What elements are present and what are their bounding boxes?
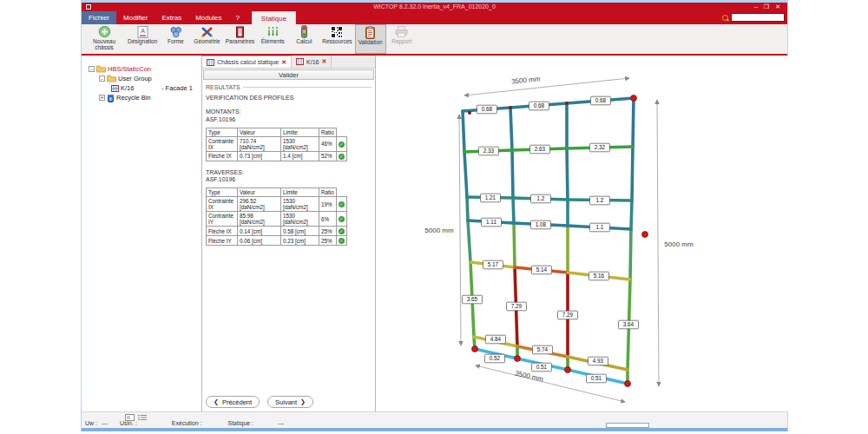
- svg-text:0.68: 0.68: [482, 106, 493, 112]
- new-frame-plus-icon: [98, 25, 111, 38]
- valider-button[interactable]: Valider: [203, 69, 374, 80]
- menu-bar: Fichier Modifier Extras Modules ? Statiq…: [82, 11, 787, 24]
- status-items: Uw : --- Usin. : Exécution : Statique : …: [85, 420, 284, 426]
- svg-text:0.68: 0.68: [534, 102, 545, 108]
- window-title: WICTOP 8.2.32.0 Inertia_v4_FRA_012020_0: [82, 3, 787, 10]
- frame-icon: [111, 85, 119, 92]
- search-icon: [721, 14, 729, 22]
- svg-text:4.84: 4.84: [490, 336, 502, 342]
- collapse-icon[interactable]: -: [89, 66, 95, 72]
- results-title: RESULTATS: [206, 84, 240, 90]
- expand-icon[interactable]: +: [99, 95, 105, 101]
- status-statique-value: ---: [278, 420, 284, 426]
- folder-icon: [107, 75, 116, 82]
- ribbon-button-designation[interactable]: A Désignation: [125, 24, 160, 54]
- document-tabs: Châssis calcul statique ✕ K/16 ✕: [202, 56, 375, 69]
- menu-help[interactable]: ?: [228, 11, 246, 24]
- status-execution-label: Exécution :: [172, 420, 202, 426]
- svg-text:4.93: 4.93: [593, 358, 604, 364]
- tree-item-recycle-bin[interactable]: + Recycle Bin: [82, 93, 201, 102]
- menu-modules[interactable]: Modules: [188, 11, 228, 24]
- elements-arrows-icon: [266, 25, 279, 38]
- dimension-lines: 3500 mm3500 mm5000 mm5000 mm: [424, 75, 694, 402]
- frame-icon: [296, 58, 304, 65]
- svg-text:2.63: 2.63: [535, 146, 546, 152]
- svg-text:2.33: 2.33: [483, 148, 495, 154]
- check-icon: ✓: [339, 228, 345, 234]
- traverses-label: TRAVERSES: ASF.10196: [206, 169, 372, 185]
- status-usin-label: Usin. :: [120, 420, 137, 426]
- verification-title: VERIFICATION DES PROFILES: [206, 95, 372, 101]
- ribbon-button-elements[interactable]: Éléments: [257, 24, 288, 54]
- chevron-left-icon: ❮: [214, 398, 219, 405]
- close-icon[interactable]: ✕: [321, 58, 326, 65]
- svg-text:1.2: 1.2: [537, 195, 545, 201]
- status-uw-label: Uw :: [85, 420, 97, 426]
- menu-modifier[interactable]: Modifier: [116, 11, 155, 24]
- svg-text:0.52: 0.52: [490, 355, 501, 361]
- table-row: Contrainte IX296.52 [daN/cm2] 1530 [daN/…: [207, 197, 347, 212]
- menu-extras[interactable]: Extras: [155, 11, 188, 24]
- ribbon-button-calcul[interactable]: Calcul: [288, 24, 319, 54]
- svg-text:5.74: 5.74: [537, 346, 549, 352]
- menu-fichier[interactable]: Fichier: [82, 11, 116, 24]
- dimension-label: 5000 mm: [424, 227, 454, 234]
- project-tree-panel: - HBS/StaticCon - User Group K/16 - Faca…: [82, 56, 202, 411]
- tree-item-root[interactable]: - HBS/StaticCon: [82, 64, 201, 74]
- suivant-button[interactable]: Suivant ❯: [267, 396, 313, 408]
- svg-text:1.21: 1.21: [485, 194, 496, 201]
- ribbon-button-geometrie[interactable]: Géométrie: [191, 24, 222, 54]
- svg-text:3.64: 3.64: [623, 321, 635, 327]
- results-content: RESULTATS VERIFICATION DES PROFILES MONT…: [202, 80, 375, 246]
- svg-text:2.32: 2.32: [595, 144, 606, 150]
- maximize-button[interactable]: ❐: [764, 3, 769, 11]
- title-bar: WICTOP 8.2.32.0 Inertia_v4_FRA_012020_0 …: [82, 3, 787, 11]
- tree-item-k16[interactable]: K/16 - Facade 1: [82, 83, 201, 93]
- diagram-panel[interactable]: 3500 mm3500 mm5000 mm5000 mm0.680.680.68…: [377, 56, 789, 411]
- report-printer-icon: [395, 25, 408, 38]
- ribbon-button-ressources[interactable]: Ressources: [319, 24, 354, 54]
- ribbon-button-forme[interactable]: Forme: [160, 24, 191, 54]
- menu-tab-statique[interactable]: Statique: [252, 11, 296, 24]
- svg-text:0.51: 0.51: [591, 375, 602, 381]
- ribbon-button-validation[interactable]: Validation: [355, 24, 386, 54]
- svg-text:3.65: 3.65: [467, 296, 478, 302]
- calc-traffic-light-icon: [299, 25, 310, 38]
- ribbon-button-parametres[interactable]: Paramètres: [223, 24, 258, 54]
- precedent-button[interactable]: ❮ Précédent: [206, 396, 260, 408]
- ribbon-toolbar: Nouveau châssis A Désignation Forme Géom…: [82, 24, 787, 54]
- frame-icon: [207, 59, 214, 66]
- tab-k16[interactable]: K/16 ✕: [292, 56, 332, 68]
- minimize-button[interactable]: –: [754, 3, 758, 11]
- tab-chassis-calcul-statique[interactable]: Châssis calcul statique ✕: [202, 56, 292, 68]
- dimension-label: 3500 mm: [511, 75, 541, 85]
- chevron-right-icon: ❯: [300, 398, 306, 405]
- check-icon: ✓: [339, 238, 345, 244]
- status-uw-value: ---: [102, 420, 108, 426]
- parameters-book-icon: [234, 25, 246, 38]
- close-button[interactable]: ✕: [775, 3, 780, 11]
- tree-item-user-group[interactable]: - User Group: [82, 74, 201, 83]
- search-input[interactable]: [731, 13, 785, 22]
- check-icon: ✓: [339, 216, 345, 222]
- facade-label: - Facade 1: [161, 84, 193, 92]
- svg-text:7.29: 7.29: [511, 303, 523, 309]
- svg-text:1.11: 1.11: [486, 219, 496, 225]
- recycle-bin-icon: [107, 94, 115, 102]
- check-icon: ✓: [339, 141, 345, 148]
- validation-clipboard-icon: [365, 26, 376, 39]
- window-bottom-strip: [82, 428, 787, 431]
- dimension-label: 5000 mm: [664, 240, 694, 248]
- svg-text:1.1: 1.1: [596, 224, 604, 230]
- svg-text:7.29: 7.29: [562, 312, 574, 318]
- member-ratio-labels: 0.680.680.682.332.632.321.211.21.21.111.…: [463, 96, 639, 383]
- main-area: - HBS/StaticCon - User Group K/16 - Faca…: [82, 56, 787, 411]
- collapse-icon[interactable]: -: [99, 76, 105, 82]
- montants-table: Type Valeur Limite Ratio Contrainte IX71…: [206, 128, 347, 161]
- ribbon-button-nouveau-chassis[interactable]: Nouveau châssis: [83, 24, 125, 54]
- app-window: WICTOP 8.2.32.0 Inertia_v4_FRA_012020_0 …: [81, 0, 788, 431]
- close-icon[interactable]: ✕: [281, 59, 286, 66]
- check-icon: ✓: [339, 154, 345, 160]
- stress-diagram[interactable]: 3500 mm3500 mm5000 mm5000 mm0.680.680.68…: [377, 56, 789, 411]
- shape-spheres-icon: [169, 25, 182, 38]
